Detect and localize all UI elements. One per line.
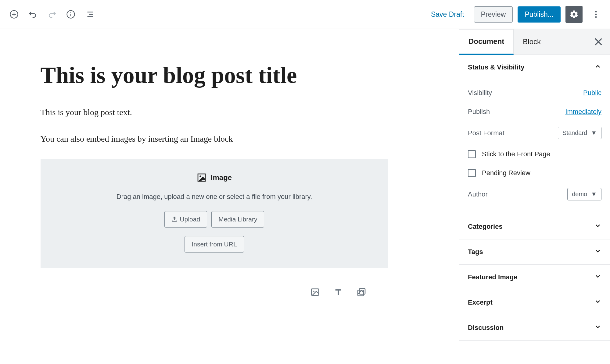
chevron-down-icon: [594, 222, 601, 231]
publish-label: Publish: [468, 108, 490, 116]
chevron-down-icon: [594, 298, 601, 307]
upload-label: Upload: [180, 216, 200, 223]
stick-front-checkbox[interactable]: Stick to the Front Page: [468, 145, 601, 164]
panel-discussion-label: Discussion: [468, 324, 504, 332]
checkbox-icon: [468, 169, 476, 177]
close-sidebar-button[interactable]: [593, 36, 604, 47]
post-paragraph-1[interactable]: This is your blog post text.: [41, 106, 388, 118]
add-block-button[interactable]: [9, 9, 20, 20]
editor-canvas-wrap: This is your blog post title This is you…: [0, 29, 459, 364]
image-block-placeholder[interactable]: Image Drag an image, upload a new one or…: [41, 159, 388, 268]
publish-value[interactable]: Immediately: [565, 108, 601, 116]
undo-button[interactable]: [27, 9, 38, 20]
visibility-value[interactable]: Public: [583, 89, 601, 97]
content-info-button[interactable]: [65, 9, 76, 20]
panel-status-visibility-body: Visibility Public Publish Immediately Po…: [459, 80, 610, 214]
post-format-value: Standard: [562, 129, 587, 136]
gear-icon: [569, 10, 579, 19]
author-row: Author demo ▼: [468, 182, 601, 206]
svg-point-9: [595, 11, 597, 12]
insert-heading-button[interactable]: [332, 286, 344, 298]
checkbox-icon: [468, 150, 476, 158]
pending-review-checkbox[interactable]: Pending Review: [468, 164, 601, 182]
insert-from-url-button[interactable]: Insert from URL: [185, 236, 244, 253]
redo-button[interactable]: [46, 9, 57, 20]
image-icon: [197, 173, 206, 182]
panel-tags-toggle[interactable]: Tags: [459, 239, 610, 265]
panel-featured-image-toggle[interactable]: Featured Image: [459, 265, 610, 290]
image-block-label: Image: [211, 173, 232, 182]
media-library-button[interactable]: Media Library: [211, 211, 264, 228]
pending-review-label: Pending Review: [482, 169, 530, 177]
editor-canvas: This is your blog post title This is you…: [71, 62, 388, 364]
toolbar-right: Save Draft Preview Publish...: [426, 6, 605, 23]
chevron-down-icon: [594, 323, 601, 332]
publish-row: Publish Immediately: [468, 102, 601, 121]
svg-point-5: [70, 12, 71, 13]
insert-image-button[interactable]: [309, 286, 321, 298]
panel-featured-image-label: Featured Image: [468, 273, 518, 281]
panel-status-visibility-label: Status & Visibility: [468, 63, 524, 71]
visibility-label: Visibility: [468, 89, 492, 97]
image-icon: [310, 287, 320, 297]
redo-icon: [47, 10, 56, 19]
svg-point-15: [313, 291, 314, 292]
more-options-button[interactable]: [587, 6, 605, 23]
chevron-down-icon: [594, 273, 601, 282]
svg-point-10: [595, 14, 597, 15]
plus-circle-icon: [9, 10, 19, 19]
save-draft-button[interactable]: Save Draft: [426, 7, 469, 22]
svg-point-11: [595, 16, 597, 18]
svg-point-13: [199, 175, 201, 177]
post-format-select[interactable]: Standard ▼: [558, 127, 601, 139]
info-icon: [66, 10, 75, 19]
stick-front-label: Stick to the Front Page: [482, 150, 550, 158]
author-value: demo: [572, 191, 587, 198]
dropdown-icon: ▼: [591, 191, 597, 198]
settings-button[interactable]: [565, 6, 583, 23]
dropdown-icon: ▼: [591, 129, 597, 136]
chevron-up-icon: [594, 63, 601, 72]
main-layout: This is your blog post title This is you…: [0, 29, 610, 364]
kebab-icon: [591, 10, 601, 19]
author-select[interactable]: demo ▼: [567, 188, 601, 200]
preview-button[interactable]: Preview: [474, 6, 513, 23]
image-block-header: Image: [197, 173, 232, 182]
block-navigation-button[interactable]: [84, 9, 95, 20]
top-toolbar: Save Draft Preview Publish...: [0, 0, 610, 29]
panel-excerpt-label: Excerpt: [468, 299, 493, 306]
post-paragraph-2[interactable]: You can also embed images by inserting a…: [41, 133, 388, 145]
tab-block[interactable]: Block: [514, 29, 550, 55]
toolbar-left: [5, 9, 95, 20]
close-icon: [593, 36, 604, 47]
gallery-icon: [357, 287, 366, 297]
panel-tags-label: Tags: [468, 248, 483, 256]
upload-icon: [171, 216, 178, 222]
outline-icon: [85, 10, 94, 19]
settings-sidebar: Document Block Status & Visibility Visib…: [459, 29, 610, 364]
chevron-down-icon: [594, 247, 601, 256]
panel-excerpt-toggle[interactable]: Excerpt: [459, 290, 610, 315]
upload-button[interactable]: Upload: [164, 211, 207, 228]
quick-insert-row: [309, 286, 388, 298]
post-title[interactable]: This is your blog post title: [41, 62, 388, 88]
publish-button[interactable]: Publish...: [518, 6, 561, 23]
post-format-row: Post Format Standard ▼: [468, 121, 601, 145]
visibility-row: Visibility Public: [468, 83, 601, 102]
panel-categories-label: Categories: [468, 223, 503, 231]
author-label: Author: [468, 190, 488, 198]
image-block-subtitle: Drag an image, upload a new one or selec…: [50, 193, 379, 201]
undo-icon: [28, 10, 38, 19]
sidebar-tabs: Document Block: [459, 29, 610, 55]
tab-document[interactable]: Document: [459, 29, 514, 55]
panel-status-visibility-toggle[interactable]: Status & Visibility: [459, 55, 610, 80]
panel-discussion-toggle[interactable]: Discussion: [459, 315, 610, 341]
insert-gallery-button[interactable]: [355, 286, 368, 298]
post-format-label: Post Format: [468, 129, 504, 137]
panel-categories-toggle[interactable]: Categories: [459, 214, 610, 239]
text-icon: [333, 287, 343, 297]
image-block-buttons: Upload Media Library Insert from URL: [50, 211, 379, 253]
